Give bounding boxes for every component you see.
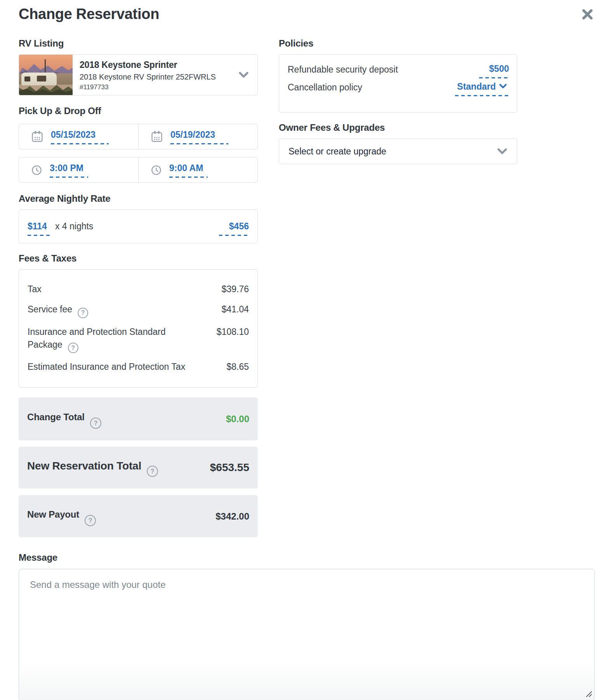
rate-multiplier: x 4 nights	[55, 221, 93, 231]
message-section-title: Message	[19, 552, 596, 563]
fee-value: $8.65	[220, 360, 249, 373]
help-icon[interactable]: ?	[68, 343, 78, 353]
calendar-icon	[150, 130, 163, 143]
left-column: RV Listing 2018 Keystone Sprinter 2018 K…	[19, 38, 258, 537]
new-reservation-total-value: $653.55	[210, 461, 249, 474]
change-total-box: Change Total? $0.00	[19, 397, 258, 440]
modal-body: RV Listing 2018 Keystone Sprinter 2018 K…	[19, 38, 596, 537]
rate-expression: $114x 4 nights	[28, 221, 93, 236]
resize-handle-icon[interactable]	[584, 690, 592, 697]
pickup-time-value[interactable]: 3:00 PM	[50, 163, 88, 178]
rv-listing-section-title: RV Listing	[19, 38, 258, 49]
policies-section-title: Policies	[279, 38, 517, 49]
change-total-label-group: Change Total?	[27, 412, 101, 426]
pickup-date-value[interactable]: 05/15/2023	[51, 129, 109, 144]
new-reservation-total-label-group: New Reservation Total?	[27, 460, 158, 476]
dropoff-date-value[interactable]: 05/19/2023	[170, 129, 228, 144]
rv-info: 2018 Keystone Sprinter 2018 Keystone RV …	[73, 55, 216, 95]
help-icon[interactable]: ?	[90, 418, 101, 429]
new-payout-box: New Payout? $342.00	[19, 495, 258, 537]
security-deposit-label: Refundable security deposit	[288, 63, 398, 76]
fee-value: $108.10	[210, 326, 249, 338]
change-total-value: $0.00	[226, 414, 249, 425]
fee-row-service-fee: Service fee? $41.04	[28, 303, 249, 318]
fee-row-tax: Tax $39.76	[28, 283, 249, 296]
fee-label: Estimated Insurance and Protection Tax	[28, 362, 185, 372]
cancellation-policy-select[interactable]: Standard	[455, 81, 509, 96]
chevron-down-icon	[497, 148, 507, 155]
pickup-dropoff-section-title: Pick Up & Drop Off	[19, 106, 258, 116]
rv-listing-select[interactable]: 2018 Keystone Sprinter 2018 Keystone RV …	[19, 54, 258, 95]
dropoff-date-field[interactable]: 05/19/2023	[138, 124, 257, 149]
nightly-rate-box: $114x 4 nights $456	[19, 210, 258, 243]
upgrade-select[interactable]: Select or create upgrade	[279, 139, 517, 164]
owner-fees-section-title: Owner Fees & Upgrades	[279, 122, 517, 133]
pickup-time-field[interactable]: 3:00 PM	[19, 158, 138, 182]
rate-total-value[interactable]: $456	[219, 221, 249, 236]
dropoff-time-value[interactable]: 9:00 AM	[169, 163, 208, 178]
fee-value: $39.76	[215, 283, 249, 296]
rv-listing-id: #1197733	[80, 83, 216, 92]
rv-description: 2018 Keystone RV Sprinter 252FWRLS	[80, 72, 216, 82]
fee-label: Insurance and Protection Standard Packag…	[28, 327, 165, 350]
security-deposit-row: Refundable security deposit $500	[288, 63, 509, 78]
time-range-box: 3:00 PM 9:00 AM	[19, 157, 258, 183]
calendar-icon	[31, 130, 44, 143]
page-title: Change Reservation	[19, 5, 596, 23]
chevron-down-icon	[238, 71, 249, 78]
new-payout-label-group: New Payout?	[27, 509, 96, 524]
nightly-rate-value[interactable]: $114	[28, 221, 52, 236]
dropoff-time-field[interactable]: 9:00 AM	[138, 158, 257, 182]
policies-box: Refundable security deposit $500 Cancell…	[279, 54, 517, 113]
clock-icon	[150, 164, 162, 176]
fee-row-insurance-tax: Estimated Insurance and Protection Tax $…	[28, 360, 249, 373]
help-icon[interactable]: ?	[147, 466, 158, 477]
pickup-date-field[interactable]: 05/15/2023	[19, 124, 138, 149]
new-payout-value: $342.00	[215, 511, 249, 522]
new-payout-label: New Payout	[27, 509, 79, 520]
fee-label: Service fee	[28, 304, 72, 314]
upgrade-select-value: Select or create upgrade	[288, 146, 386, 157]
cancellation-policy-row: Cancellation policy Standard	[288, 81, 509, 96]
date-range-box: 05/15/2023 05/19/2023	[19, 124, 258, 149]
cancellation-policy-value: Standard	[457, 81, 496, 92]
rv-name: 2018 Keystone Sprinter	[80, 59, 216, 71]
fees-taxes-section-title: Fees & Taxes	[19, 253, 258, 264]
new-reservation-total-box: New Reservation Total? $653.55	[19, 447, 258, 489]
fee-label: Tax	[28, 284, 42, 294]
fee-value: $41.04	[215, 303, 249, 316]
close-icon	[581, 8, 594, 21]
change-total-label: Change Total	[27, 412, 85, 422]
message-input[interactable]	[19, 569, 595, 700]
right-column: Policies Refundable security deposit $50…	[279, 38, 517, 164]
security-deposit-value[interactable]: $500	[479, 63, 509, 78]
message-section: Message	[19, 552, 596, 700]
help-icon[interactable]: ?	[85, 515, 96, 526]
chevron-down-icon	[499, 83, 507, 89]
cancellation-policy-label: Cancellation policy	[288, 81, 362, 94]
new-reservation-total-label: New Reservation Total	[27, 460, 141, 472]
clock-icon	[31, 164, 43, 176]
help-icon[interactable]: ?	[78, 308, 88, 318]
rv-photo	[19, 55, 73, 95]
nightly-rate-section-title: Average Nightly Rate	[19, 193, 258, 204]
fees-taxes-box: Tax $39.76 Service fee? $41.04 Insurance…	[19, 269, 258, 388]
fee-row-insurance: Insurance and Protection Standard Packag…	[28, 326, 249, 353]
close-button[interactable]	[581, 8, 594, 21]
